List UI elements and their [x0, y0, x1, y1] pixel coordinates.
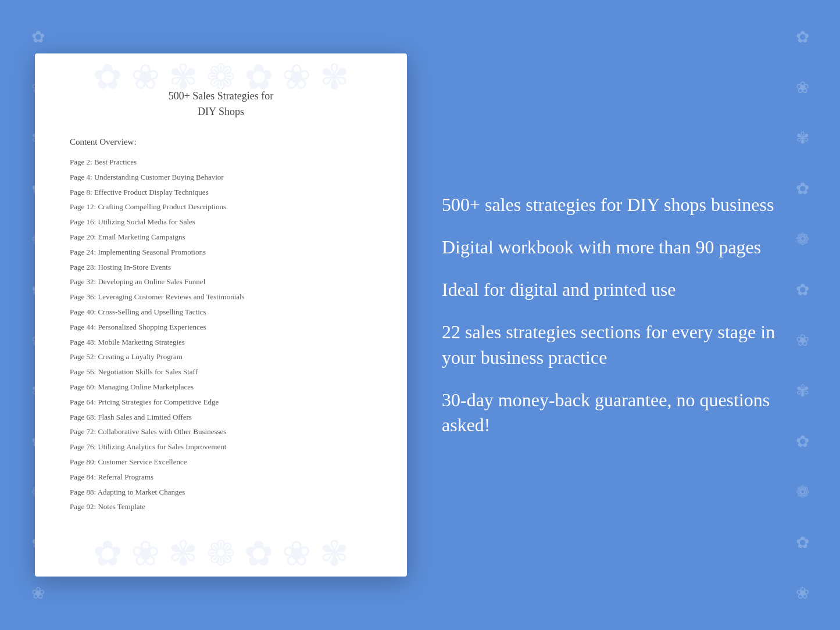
table-row: Page 56: Negotiation Skills for Sales St…: [70, 366, 372, 378]
page-number: Page 4:: [70, 171, 92, 184]
page-number: Page 80:: [70, 456, 96, 468]
table-row: Page 88: Adapting to Market Changes: [70, 486, 372, 499]
table-row: Page 40: Cross-Selling and Upselling Tac…: [70, 306, 372, 318]
page-number: Page 84:: [70, 471, 96, 484]
table-row: Page 84: Referral Programs: [70, 471, 372, 484]
topic-title: Understanding Customer Buying Behavior: [94, 173, 224, 181]
topic-title: Leveraging Customer Reviews and Testimon…: [98, 292, 244, 301]
table-row: Page 20: Email Marketing Campaigns: [70, 231, 372, 244]
topic-title: Utilizing Social Media for Sales: [98, 217, 195, 226]
main-content: ✿ ❀ ✾ ❁ ✿ ❀ ✾ 500+ Sales Strategies for …: [0, 0, 840, 630]
page-number: Page 48:: [70, 337, 96, 349]
topic-title: Customer Service Excellence: [98, 457, 187, 466]
topic-title: Email Marketing Campaigns: [98, 232, 185, 241]
topic-title: Cross-Selling and Upselling Tactics: [98, 307, 206, 316]
table-row: Page 52: Creating a Loyalty Program: [70, 351, 372, 363]
feature-block-5: 30-day money-back guarantee, no question…: [442, 388, 805, 438]
page-number: Page 20:: [70, 231, 96, 244]
topic-title: Flash Sales and Limited Offers: [98, 413, 192, 421]
table-row: Page 60: Managing Online Marketplaces: [70, 381, 372, 393]
page-number: Page 8:: [70, 187, 92, 199]
topic-title: Pricing Strategies for Competitive Edge: [98, 398, 219, 406]
page-number: Page 60:: [70, 381, 96, 393]
topic-title: Effective Product Display Techniques: [94, 188, 209, 196]
table-row: Page 2: Best Practices: [70, 156, 372, 169]
topic-title: Adapting to Market Changes: [98, 488, 185, 496]
document-card: ✿ ❀ ✾ ❁ ✿ ❀ ✾ 500+ Sales Strategies for …: [35, 53, 407, 577]
table-row: Page 68: Flash Sales and Limited Offers: [70, 411, 372, 424]
feature-block-2: Digital workbook with more than 90 pages: [442, 235, 805, 260]
page-number: Page 24:: [70, 246, 96, 259]
table-row: Page 80: Customer Service Excellence: [70, 456, 372, 468]
topic-title: Crafting Compelling Product Descriptions: [98, 202, 226, 211]
feature-block-4: 22 sales strategies sections for every s…: [442, 320, 805, 370]
table-row: Page 4: Understanding Customer Buying Be…: [70, 171, 372, 184]
page-number: Page 28:: [70, 262, 96, 274]
topic-title: Creating a Loyalty Program: [98, 352, 183, 361]
table-row: Page 36: Leveraging Customer Reviews and…: [70, 291, 372, 303]
page-number: Page 76:: [70, 441, 96, 453]
page-number: Page 12:: [70, 201, 96, 213]
page-number: Page 88:: [70, 486, 96, 499]
table-row: Page 12: Crafting Compelling Product Des…: [70, 201, 372, 213]
document-title: 500+ Sales Strategies for DIY Shops: [70, 88, 372, 120]
topic-title: Referral Programs: [98, 472, 153, 481]
page-number: Page 72:: [70, 426, 96, 438]
page-number: Page 64:: [70, 396, 96, 409]
watermark-bottom: ✿ ❀ ✾ ❁ ✿ ❀ ✾: [35, 530, 407, 577]
topic-title: Negotiation Skills for Sales Staff: [98, 367, 198, 376]
page-number: Page 16:: [70, 216, 96, 228]
page-number: Page 92:: [70, 501, 96, 513]
topic-title: Implementing Seasonal Promotions: [98, 248, 206, 256]
table-of-contents: Page 2: Best PracticesPage 4: Understand…: [70, 156, 372, 513]
feature-block-3: Ideal for digital and printed use: [442, 277, 805, 302]
table-row: Page 64: Pricing Strategies for Competit…: [70, 396, 372, 409]
table-row: Page 92: Notes Template: [70, 501, 372, 513]
table-row: Page 76: Utilizing Analytics for Sales I…: [70, 441, 372, 453]
page-number: Page 2:: [70, 156, 92, 169]
topic-title: Personalized Shopping Experiences: [98, 323, 206, 331]
table-row: Page 8: Effective Product Display Techni…: [70, 187, 372, 199]
page-number: Page 44:: [70, 321, 96, 334]
topic-title: Utilizing Analytics for Sales Improvemen…: [98, 442, 226, 451]
page-number: Page 40:: [70, 306, 96, 318]
page-number: Page 68:: [70, 411, 96, 424]
feature-block-1: 500+ sales strategies for DIY shops busi…: [442, 192, 805, 217]
table-row: Page 16: Utilizing Social Media for Sale…: [70, 216, 372, 228]
topic-title: Collaborative Sales with Other Businesse…: [98, 427, 226, 436]
page-number: Page 52:: [70, 351, 96, 363]
topic-title: Mobile Marketing Strategies: [98, 338, 184, 346]
table-row: Page 28: Hosting In-Store Events: [70, 262, 372, 274]
topic-title: Best Practices: [94, 158, 137, 166]
table-row: Page 72: Collaborative Sales with Other …: [70, 426, 372, 438]
table-row: Page 32: Developing an Online Sales Funn…: [70, 276, 372, 288]
features-panel: 500+ sales strategies for DIY shops busi…: [442, 181, 805, 449]
page-number: Page 36:: [70, 291, 96, 303]
page-number: Page 56:: [70, 366, 96, 378]
table-row: Page 44: Personalized Shopping Experienc…: [70, 321, 372, 334]
page-number: Page 32:: [70, 276, 96, 288]
topic-title: Hosting In-Store Events: [98, 263, 171, 271]
section-title: Content Overview:: [70, 137, 372, 147]
table-row: Page 24: Implementing Seasonal Promotion…: [70, 246, 372, 259]
topic-title: Managing Online Marketplaces: [98, 382, 194, 391]
topic-title: Developing an Online Sales Funnel: [98, 277, 205, 286]
topic-title: Notes Template: [98, 502, 145, 511]
table-row: Page 48: Mobile Marketing Strategies: [70, 337, 372, 349]
